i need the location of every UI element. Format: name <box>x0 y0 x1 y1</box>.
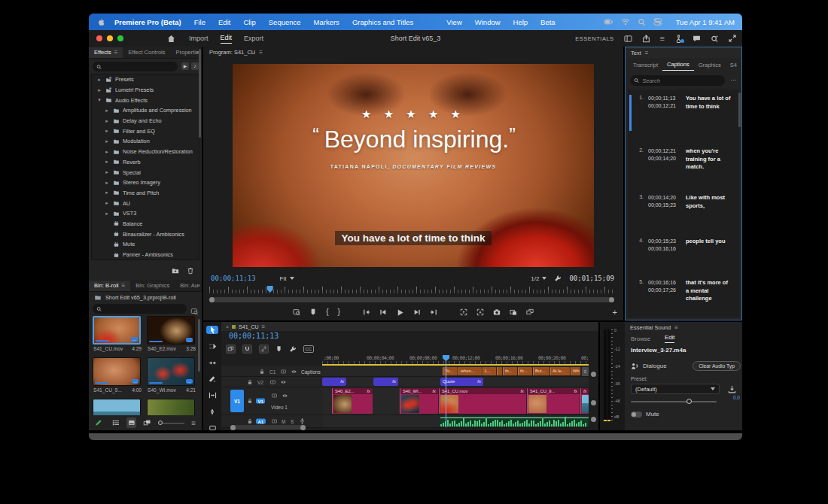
freeform-view-icon[interactable] <box>143 419 151 427</box>
effects-tree-item-balance[interactable]: Balance <box>92 219 199 229</box>
find-clip-icon[interactable] <box>293 308 300 316</box>
snap-magnet-icon[interactable] <box>242 345 252 354</box>
clear-audio-type-button[interactable]: Clear Audio Typ <box>693 361 741 371</box>
pen-tool[interactable] <box>206 408 218 416</box>
effects-tree-item-special[interactable]: ▸Special <box>92 167 199 178</box>
caption-item-4[interactable]: 4.00;00;15;2300;00;16;16people tell you <box>628 236 739 278</box>
tab-graphics[interactable]: Graphics <box>694 59 726 71</box>
v1-track-badge[interactable]: V1 <box>256 399 265 404</box>
spotlight-search-icon[interactable] <box>638 18 646 26</box>
track-output-eye-icon[interactable] <box>282 393 288 399</box>
timeline-vertical-scroll-handle[interactable] <box>591 417 596 422</box>
effects-tree-item-mute[interactable]: Mute <box>92 239 199 250</box>
clip-thumbnail[interactable]: … <box>147 357 195 386</box>
tab-edit[interactable]: Edit <box>665 334 674 343</box>
timeline-vertical-scroll-handle[interactable] <box>591 372 596 377</box>
search-bin-icon[interactable] <box>190 305 199 312</box>
accelerated-effects-filter-icon[interactable]: ▶ <box>181 62 189 70</box>
caption-item-3[interactable]: 3.00;00;14;2000;00;15;23Like with most s… <box>628 193 739 236</box>
effects-tree-item-vst3[interactable]: ▸VST3 <box>92 208 199 219</box>
mark-in-icon[interactable]: { <box>326 308 328 316</box>
timeline-vertical-scroll-handle[interactable] <box>591 400 596 405</box>
tab-captions[interactable]: Captions <box>662 59 694 71</box>
caption-track-lane[interactable]: Yo...when...L...th...th...But...At le...… <box>322 366 589 377</box>
clip-volume-slider[interactable] <box>631 401 717 402</box>
v1-source-patch[interactable]: V1 <box>230 390 244 412</box>
menubar-menu-help[interactable]: Help <box>513 18 528 26</box>
track-output-eye-icon[interactable] <box>280 379 287 385</box>
menubar-menu-window[interactable]: Window <box>475 18 501 26</box>
timeline-caption-clip[interactable]: when... <box>458 367 482 375</box>
timeline-video-clip-s41-cu-9[interactable]: S41_CU_9...fx <box>527 388 580 414</box>
icon-view-icon[interactable] <box>126 417 137 428</box>
menubar-menu-file[interactable]: File <box>194 18 205 26</box>
nav-export[interactable]: Export <box>244 35 263 42</box>
effects-tree-item-delay-and-echo[interactable]: ▸Delay and Echo <box>92 116 199 126</box>
settings-menu-icon[interactable]: ≡ <box>660 36 665 41</box>
settings-wrench-icon[interactable] <box>554 275 562 282</box>
timeline-caption-clip[interactable] <box>497 367 502 375</box>
zoom-tool-icon[interactable] <box>711 35 719 43</box>
bin-search[interactable] <box>93 304 187 314</box>
clip-volume-value[interactable]: 0.0 <box>733 395 740 400</box>
close-window-button[interactable] <box>96 35 102 41</box>
panel-overflow-icon[interactable]: » <box>197 282 200 289</box>
zoom-window-button[interactable] <box>117 35 123 41</box>
timeline-caption-clip[interactable]: But... <box>533 367 549 375</box>
battery-icon[interactable] <box>604 17 613 26</box>
track-select-forward-tool[interactable] <box>206 342 218 351</box>
sync-lock-icon[interactable] <box>280 369 287 375</box>
comparison-view-icon[interactable] <box>510 308 517 316</box>
wifi-icon[interactable] <box>621 17 630 26</box>
nest-sequence-icon[interactable] <box>226 345 236 354</box>
tab-effect-controls[interactable]: Effect Controls <box>123 47 170 58</box>
ripple-edit-tool[interactable] <box>206 359 218 367</box>
fit-dropdown[interactable]: Fit <box>280 275 294 282</box>
clip-thumbnail[interactable]: … <box>93 399 141 417</box>
caption-track-badge[interactable]: C1 <box>269 369 275 374</box>
timeline-audio-clip[interactable] <box>440 416 589 427</box>
effects-tree-item-stereo-imagery[interactable]: ▸Stereo Imagery <box>92 178 199 188</box>
timeline-video-clip-s41-cu-mov[interactable]: S41_CU.movfx <box>439 388 526 414</box>
delete-icon[interactable] <box>187 267 194 275</box>
program-monitor-title[interactable]: Program: S41_CU <box>209 49 255 56</box>
bin-breadcrumb[interactable]: Short Edit v65_3.prproj\B-roll <box>105 294 176 301</box>
clip-thumbnail[interactable]: … <box>93 316 141 345</box>
timeline-horizontal-scrollbar[interactable] <box>230 425 306 430</box>
tab-bin-graphics[interactable]: Bin: Graphics <box>130 281 175 291</box>
program-current-timecode[interactable]: 00;00;11;13 <box>211 275 256 282</box>
program-zoom-scrollbar[interactable] <box>209 297 614 302</box>
tab-menu-icon[interactable]: ≡ <box>122 283 126 288</box>
close-icon[interactable]: × <box>226 324 229 329</box>
timeline-caption-clip[interactable]: At le... <box>550 367 570 375</box>
step-forward-icon[interactable] <box>413 308 421 316</box>
menubar-app-name[interactable]: Premiere Pro (Beta) <box>114 18 181 26</box>
effects-tree-item-modulation[interactable]: ▸Modulation <box>92 136 199 147</box>
mark-out-icon[interactable]: } <box>338 308 340 316</box>
solo-track-button[interactable]: S <box>291 419 294 424</box>
caption-item-5[interactable]: 5.00;00;16;1600;00;17;26that it's more o… <box>628 278 739 317</box>
home-icon[interactable] <box>167 35 175 43</box>
timeline-graphic-clip[interactable]: fx <box>322 378 346 386</box>
menubar-menu-graphics-and-titles[interactable]: Graphics and Titles <box>352 18 413 26</box>
timeline-caption-clip[interactable]: Wh <box>571 367 580 375</box>
effects-search-input[interactable] <box>105 63 174 70</box>
timeline-caption-clip[interactable]: th... <box>518 367 532 375</box>
rectangle-tool[interactable] <box>206 424 218 430</box>
v2-track-lane[interactable]: fxfxQuotefx <box>322 377 589 387</box>
effects-tree-item-amplitude-and-compression[interactable]: ▸Amplitude and Compression <box>92 105 199 116</box>
nav-edit[interactable]: Edit <box>221 34 233 44</box>
timeline-timecode[interactable]: 00;00;11;13 <box>229 332 279 340</box>
captions-search-input[interactable] <box>642 77 721 84</box>
bin-item-s41-cu-9[interactable]: …S41_CU_9...4:00 <box>93 357 142 393</box>
timeline-graphic-clip-quote[interactable]: Quotefx <box>440 378 483 386</box>
linked-selection-icon[interactable] <box>259 345 269 354</box>
sync-lock-icon[interactable] <box>271 393 278 399</box>
effects-tree-item-binauralizer-ambisonics[interactable]: Binauralizer - Ambisonics <box>92 229 199 239</box>
lock-icon[interactable] <box>259 368 265 375</box>
caption-text[interactable]: that it's more of a mental challenge <box>686 279 732 317</box>
play-icon[interactable] <box>396 308 404 317</box>
writable-pen-icon[interactable] <box>95 419 102 427</box>
bin-scrollbar[interactable] <box>198 319 200 372</box>
v2-track-badge[interactable]: V2 <box>257 379 263 384</box>
